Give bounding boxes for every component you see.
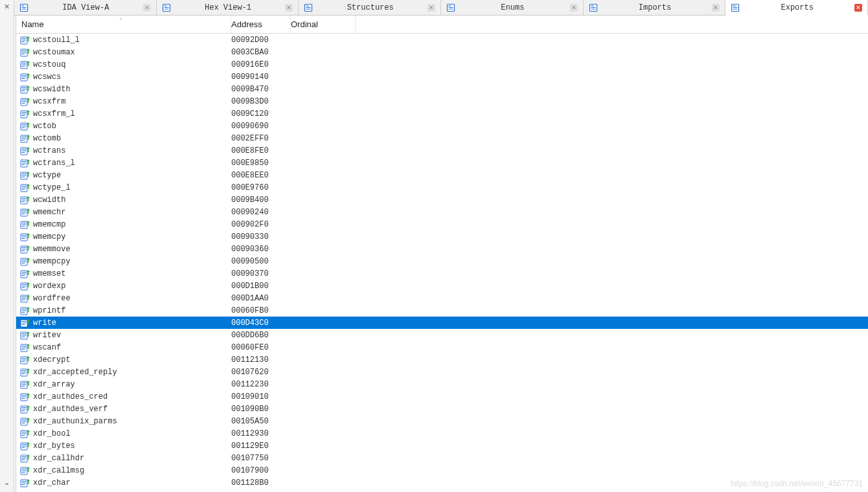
cell-name: wcwidth bbox=[16, 196, 231, 205]
table-row[interactable]: xdr_callhdr00107750 bbox=[16, 452, 868, 464]
cell-address: 0009B3D0 bbox=[231, 97, 291, 106]
table-row[interactable]: wprintf00060FB0 bbox=[16, 304, 868, 317]
table-row[interactable]: xdr_char001128B0 bbox=[16, 476, 868, 489]
tab-label: Enums bbox=[459, 3, 566, 12]
table-row[interactable]: wcsxfrm_l0009C120 bbox=[16, 107, 868, 120]
cell-name: xdr_authunix_parms bbox=[16, 417, 231, 426]
table-row[interactable]: xdr_bytes001129E0 bbox=[16, 440, 868, 452]
svg-rect-68 bbox=[28, 137, 29, 140]
column-header-name[interactable]: Name ⌃ bbox=[16, 16, 231, 33]
cell-address: 0002EFF0 bbox=[231, 134, 291, 143]
table-row[interactable]: xdecrypt00112130 bbox=[16, 353, 868, 366]
svg-rect-78 bbox=[28, 161, 29, 164]
svg-rect-201 bbox=[22, 470, 27, 471]
export-icon bbox=[20, 232, 30, 241]
svg-rect-77 bbox=[22, 164, 25, 165]
tab-label: Imports bbox=[602, 3, 709, 12]
tab-close-icon[interactable]: ✕ bbox=[570, 4, 578, 12]
export-name: wcstoumax bbox=[33, 48, 75, 57]
tab-close-icon[interactable]: ✕ bbox=[428, 4, 435, 12]
svg-rect-80 bbox=[22, 173, 27, 174]
svg-rect-130 bbox=[22, 296, 27, 297]
export-name: wctrans_l bbox=[33, 159, 75, 168]
table-row[interactable]: wmemset00090370 bbox=[16, 267, 868, 280]
gutter-close-icon[interactable]: ✕ bbox=[4, 3, 10, 11]
export-icon bbox=[20, 319, 30, 328]
table-row[interactable]: wctomb0002EFF0 bbox=[16, 132, 868, 144]
tab-close-icon[interactable]: ✕ bbox=[712, 4, 720, 12]
column-header-ordinal[interactable]: Ordinal bbox=[291, 16, 356, 33]
table-row[interactable]: wmemchr00090240 bbox=[16, 206, 868, 218]
svg-rect-131 bbox=[22, 298, 27, 298]
table-row[interactable]: wordexp000D1B00 bbox=[16, 280, 868, 292]
table-row[interactable]: wcwidth0009B400 bbox=[16, 194, 868, 206]
table-row[interactable]: xdr_callmsg00107900 bbox=[16, 464, 868, 476]
table-row[interactable]: wctrans_l000E9850 bbox=[16, 157, 868, 169]
svg-rect-207 bbox=[22, 484, 25, 485]
svg-rect-86 bbox=[22, 187, 27, 188]
tab-structures[interactable]: Structures✕ bbox=[299, 0, 441, 15]
table-row[interactable]: wctype_l000E9760 bbox=[16, 181, 868, 194]
table-row[interactable]: xdr_bool00112930 bbox=[16, 427, 868, 440]
table-row[interactable]: xdr_authdes_verf001090B0 bbox=[16, 403, 868, 415]
table-row[interactable]: wctob00090690 bbox=[16, 120, 868, 132]
cell-name: xdecrypt bbox=[16, 355, 231, 364]
svg-rect-57 bbox=[22, 115, 25, 116]
svg-rect-55 bbox=[22, 112, 27, 113]
table-row[interactable]: wctype000E8EE0 bbox=[16, 169, 868, 181]
export-icon bbox=[20, 36, 30, 45]
export-name: wmemchr bbox=[33, 208, 65, 217]
cell-name: wmemchr bbox=[16, 208, 231, 217]
table-row[interactable]: wscanf00060FE0 bbox=[16, 341, 868, 353]
svg-rect-81 bbox=[22, 175, 27, 175]
svg-rect-182 bbox=[22, 423, 25, 423]
svg-rect-208 bbox=[28, 481, 29, 484]
table-row[interactable]: writev000DD6B0 bbox=[16, 329, 868, 341]
cell-name: xdr_callmsg bbox=[16, 466, 231, 475]
svg-rect-132 bbox=[22, 300, 25, 300]
table-row[interactable]: wcswidth0009B470 bbox=[16, 83, 868, 95]
table-row[interactable]: xdr_accepted_reply00107620 bbox=[16, 366, 868, 378]
tab-hex-view-1[interactable]: Hex View-1✕ bbox=[157, 0, 299, 15]
svg-rect-143 bbox=[28, 321, 29, 324]
gutter-scroll-down-icon[interactable]: ⌄ bbox=[4, 478, 10, 487]
table-row[interactable]: wcsxfrm0009B3D0 bbox=[16, 95, 868, 107]
svg-rect-46 bbox=[22, 89, 27, 89]
svg-rect-23 bbox=[733, 8, 738, 9]
tab-icon bbox=[446, 3, 455, 12]
table-row[interactable]: wcstoumax0003CBA0 bbox=[16, 46, 868, 58]
table-row[interactable]: wctrans000E8FE0 bbox=[16, 144, 868, 157]
tab-close-icon[interactable]: ✕ bbox=[143, 4, 151, 12]
tab-ida-view-a[interactable]: IDA View-A✕ bbox=[14, 0, 157, 15]
left-gutter: ✕ ⌄ bbox=[0, 0, 14, 492]
tab-imports[interactable]: Imports✕ bbox=[584, 0, 726, 15]
cell-address: 000D1AA0 bbox=[231, 294, 291, 303]
svg-rect-191 bbox=[22, 445, 27, 446]
table-row[interactable]: wcswcs00090140 bbox=[16, 71, 868, 83]
table-row[interactable]: write000D43C0 bbox=[16, 317, 868, 329]
export-icon bbox=[20, 208, 30, 217]
table-row[interactable]: xdr_authunix_parms00105A50 bbox=[16, 415, 868, 427]
svg-rect-172 bbox=[22, 398, 25, 399]
table-row[interactable]: wmemmove00090360 bbox=[16, 243, 868, 255]
table-row[interactable]: wordfree000D1AA0 bbox=[16, 292, 868, 304]
table-row[interactable]: wmemcmp000902F0 bbox=[16, 218, 868, 230]
table-row[interactable]: wmempcpy00090500 bbox=[16, 255, 868, 267]
svg-rect-140 bbox=[22, 321, 27, 322]
table-row[interactable]: wcstoull_l00092D00 bbox=[16, 34, 868, 46]
tab-exports[interactable]: Exports✕ bbox=[725, 0, 868, 16]
svg-rect-145 bbox=[22, 333, 27, 334]
table-row[interactable]: xdr_authdes_cred00109010 bbox=[16, 390, 868, 403]
table-body[interactable]: wcstoull_l00092D00wcstoumax0003CBA0wcsto… bbox=[16, 34, 868, 492]
tab-close-icon[interactable]: ✕ bbox=[285, 4, 293, 12]
tab-enums[interactable]: Enums✕ bbox=[441, 0, 584, 15]
tab-close-icon[interactable]: ✕ bbox=[854, 4, 862, 12]
svg-rect-85 bbox=[22, 186, 27, 186]
column-header-address[interactable]: Address bbox=[231, 16, 291, 33]
table-row[interactable]: xdr_array00112230 bbox=[16, 378, 868, 390]
table-row[interactable]: wmemcpy00090330 bbox=[16, 230, 868, 243]
svg-rect-7 bbox=[164, 8, 168, 9]
table-row[interactable]: wcstouq000916E0 bbox=[16, 58, 868, 71]
svg-rect-28 bbox=[28, 38, 29, 41]
svg-rect-53 bbox=[28, 100, 29, 103]
